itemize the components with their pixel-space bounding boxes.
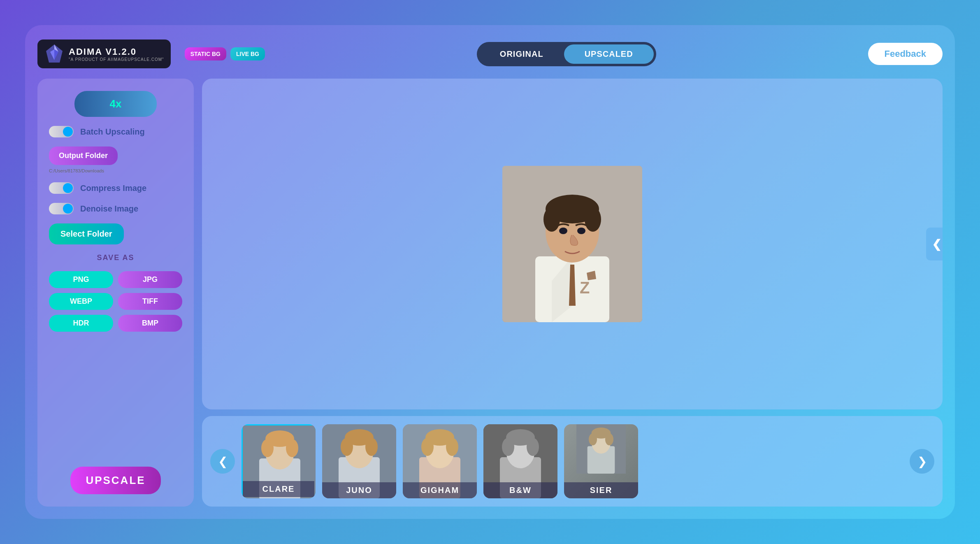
image-display: Z ❮	[202, 79, 943, 409]
svg-point-28	[365, 438, 378, 456]
thumbnail-gigham[interactable]: GIGHAM	[403, 424, 477, 498]
svg-text:Z: Z	[580, 279, 590, 297]
chevron-right-icon: ❮	[932, 237, 941, 251]
thumb-bg-bw: B&W	[483, 424, 557, 498]
mode-buttons: STATIC BG LIVE BG	[185, 47, 265, 61]
static-bg-button[interactable]: STATIC BG	[185, 47, 226, 61]
right-content: Z ❮ ❮	[202, 79, 943, 507]
format-bmp-button[interactable]: BMP	[118, 315, 182, 332]
upscale-button[interactable]: UPSCALE	[70, 467, 161, 494]
thumb-label-sier: SIER	[564, 482, 638, 498]
denoise-image-toggle[interactable]	[49, 203, 74, 214]
thumbnails-container: CLARE	[242, 424, 903, 498]
folder-path: C:/Users/81783/Downloads	[49, 168, 182, 173]
app-subtitle: "A PRODUCT OF AIIMAGEUPSCALE.COM"	[69, 57, 164, 62]
arrow-right-icon: ❯	[917, 455, 927, 468]
thumbnail-bw[interactable]: B&W	[483, 424, 557, 498]
thumbnail-sier[interactable]: SIER	[564, 424, 638, 498]
svg-point-27	[341, 438, 353, 456]
left-panel: 4x Batch Upscaling Output Folder C:/User…	[37, 79, 194, 507]
denoise-image-row: Denoise Image	[49, 203, 182, 214]
main-image: Z	[502, 166, 642, 322]
thumb-label-bw: B&W	[483, 482, 557, 498]
denoise-knob	[63, 204, 73, 214]
svg-point-46	[605, 433, 613, 445]
svg-point-22	[286, 439, 298, 457]
feedback-button[interactable]: Feedback	[868, 43, 943, 65]
app-title: ADIMA V1.2.0	[69, 46, 164, 57]
svg-point-14	[577, 228, 585, 234]
panel-chevron-right[interactable]: ❮	[926, 228, 943, 260]
svg-point-40	[527, 438, 539, 456]
compress-image-toggle[interactable]	[49, 182, 74, 194]
live-bg-button[interactable]: LIVE BG	[230, 47, 265, 61]
compress-knob	[63, 183, 73, 193]
select-folder-button[interactable]: Select Folder	[49, 223, 124, 244]
thumb-label-juno: JUNO	[322, 482, 396, 498]
thumb-bg-sier: SIER	[564, 424, 638, 498]
thumbnail-clare[interactable]: CLARE	[242, 424, 316, 498]
strip-prev-button[interactable]: ❮	[210, 449, 235, 474]
svg-point-33	[421, 438, 434, 456]
thumb-bg-clare: CLARE	[242, 424, 316, 498]
format-webp-button[interactable]: WEBP	[49, 293, 113, 310]
logo-text: ADIMA V1.2.0 "A PRODUCT OF AIIMAGEUPSCAL…	[69, 46, 164, 62]
svg-point-13	[559, 228, 567, 234]
svg-point-45	[589, 433, 597, 445]
batch-upscaling-toggle[interactable]	[49, 126, 74, 137]
format-jpg-button[interactable]: JPG	[118, 271, 182, 288]
compress-image-row: Compress Image	[49, 182, 182, 194]
logo-area: ADIMA V1.2.0 "A PRODUCT OF AIIMAGEUPSCAL…	[37, 40, 171, 68]
top-bar: ADIMA V1.2.0 "A PRODUCT OF AIIMAGEUPSCAL…	[37, 37, 943, 70]
strip-next-button[interactable]: ❯	[910, 449, 934, 474]
portrait-image: Z	[502, 166, 642, 322]
compress-image-label: Compress Image	[80, 184, 146, 193]
thumbnail-juno[interactable]: JUNO	[322, 424, 396, 498]
logo-icon	[44, 44, 65, 64]
nav-tabs: ORIGINAL UPSCALED	[477, 42, 656, 66]
thumb-bg-juno: JUNO	[322, 424, 396, 498]
format-grid: PNG JPG WEBP TIFF HDR BMP	[49, 271, 182, 332]
thumb-bg-gigham: GIGHAM	[403, 424, 477, 498]
format-png-button[interactable]: PNG	[49, 271, 113, 288]
tab-upscaled[interactable]: UPSCALED	[564, 44, 654, 64]
arrow-left-icon: ❮	[218, 455, 228, 468]
output-folder-button[interactable]: Output Folder	[49, 146, 118, 165]
app-container: ADIMA V1.2.0 "A PRODUCT OF AIIMAGEUPSCAL…	[25, 25, 955, 519]
scale-button[interactable]: 4x	[74, 91, 157, 117]
format-hdr-button[interactable]: HDR	[49, 315, 113, 332]
format-tiff-button[interactable]: TIFF	[118, 293, 182, 310]
thumbnail-strip: ❮	[202, 416, 943, 507]
thumb-label-clare: CLARE	[243, 481, 314, 497]
svg-point-34	[446, 438, 458, 456]
batch-upscaling-label: Batch Upscaling	[80, 127, 145, 137]
denoise-image-label: Denoise Image	[80, 204, 138, 214]
batch-upscaling-row: Batch Upscaling	[49, 126, 182, 137]
svg-point-39	[502, 438, 514, 456]
main-content: 4x Batch Upscaling Output Folder C:/User…	[37, 79, 943, 507]
svg-point-21	[261, 439, 274, 457]
svg-point-12	[585, 207, 601, 232]
thumb-image-sier	[564, 424, 638, 474]
save-as-label: SAVE AS	[49, 253, 182, 262]
toggle-knob	[63, 127, 73, 137]
svg-point-11	[543, 207, 560, 232]
thumb-label-gigham: GIGHAM	[403, 482, 477, 498]
tab-original[interactable]: ORIGINAL	[479, 44, 564, 64]
